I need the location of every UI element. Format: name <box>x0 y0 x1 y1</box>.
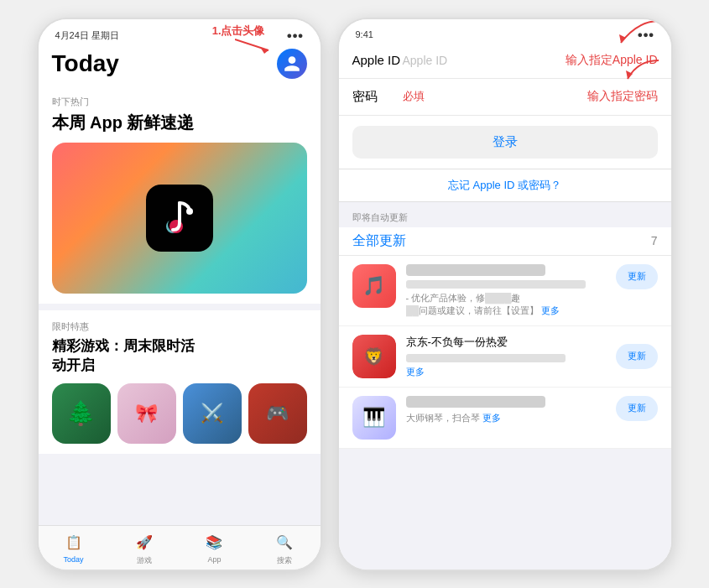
more-link-1[interactable]: 更多 <box>541 305 560 315</box>
svg-point-5 <box>186 208 193 215</box>
tab-games[interactable]: 🚀 游戏 <box>134 533 154 566</box>
password-placeholder: 必填 <box>403 89 425 104</box>
update-item-3: 🎹 大师钢琴，扫合琴 更多 更新 <box>339 388 671 449</box>
password-row: 密码 必填 输入指定密码 <box>339 79 671 116</box>
tab-today[interactable]: 📋 Today <box>63 533 83 566</box>
app-desc-3: 大师钢琴，扫合琴 更多 <box>406 412 606 424</box>
forgot-link[interactable]: 忘记 Apple ID 或密码？ <box>339 169 671 201</box>
apple-id-placeholder: Apple ID <box>403 54 448 67</box>
updates-section: 即将自动更新 全部更新 7 🎵 - 优化产品体验，修████趣 ██问题或建议，… <box>339 202 671 570</box>
password-input-area: 必填 输入指定密码 <box>403 89 658 104</box>
person-icon <box>283 55 301 73</box>
jd-item: 🦁 京东-不负每一份热爱 更多 更新 <box>339 326 671 388</box>
date-label: 4月24日 星期日 <box>55 29 119 42</box>
login-btn-row: 登录 <box>339 116 671 169</box>
game-grid: 🌲 🎀 ⚔️ 🎮 <box>52 383 307 444</box>
app-icon-3-bg: 🎹 <box>352 396 396 440</box>
login-form: Apple ID Apple ID 输入指定Apple ID 密码 必填 输入指… <box>339 43 671 202</box>
app-store-header: Today 1.点击头像 <box>39 45 321 86</box>
limited-section: 限时特惠 精彩游戏：周末限时活动开启 🌲 🎀 ⚔️ 🎮 <box>39 310 321 454</box>
hot-section: 时下热门 本周 App 新鲜速递 <box>39 86 321 304</box>
limited-label: 限时特惠 <box>52 320 307 333</box>
jd-more-link[interactable]: 更多 <box>406 366 606 378</box>
arrow-to-apple-id <box>613 19 663 46</box>
hot-title: 本周 App 新鲜速递 <box>52 112 307 134</box>
jd-action: 更新 <box>616 344 658 369</box>
jd-app-name: 京东-不负每一份热爱 <box>406 335 606 350</box>
tab-games-label: 游戏 <box>137 555 152 566</box>
game-icon-2[interactable]: 🎀 <box>117 383 176 444</box>
update-all-row: 全部更新 7 <box>339 227 671 256</box>
game-icon-3[interactable]: ⚔️ <box>183 383 242 444</box>
tab-search[interactable]: 🔍 搜索 <box>274 533 295 566</box>
hot-label: 时下热门 <box>52 96 307 108</box>
app-name-blur-3 <box>406 396 546 408</box>
tiktok-logo <box>146 185 213 252</box>
jd-icon: 🦁 <box>352 335 396 378</box>
app-desc-blur-1 <box>406 280 586 289</box>
apps-icon: 📚 <box>204 533 224 553</box>
update-btn-1[interactable]: 更新 <box>616 264 658 289</box>
app-name-blur-1 <box>406 264 546 276</box>
profile-button[interactable] <box>277 49 307 79</box>
status-icons: ●●● <box>287 30 304 40</box>
all-updates-btn[interactable]: 全部更新 <box>352 232 406 250</box>
jd-desc-blur <box>406 354 566 362</box>
left-phone: 4月24日 星期日 ●●● Today 1.点击头像 <box>37 18 322 571</box>
update-btn-3[interactable]: 更新 <box>616 396 658 421</box>
app-action-1: 更新 <box>616 264 658 289</box>
search-icon: 🔍 <box>274 533 295 553</box>
update-header: 即将自动更新 <box>339 202 671 227</box>
tab-bar: 📋 Today 🚀 游戏 📚 App 🔍 搜索 <box>39 525 321 570</box>
app-info-3: 大师钢琴，扫合琴 更多 <box>406 396 606 424</box>
jd-info: 京东-不负每一份热爱 更多 <box>406 335 606 378</box>
game-icon-4[interactable]: 🎮 <box>248 383 307 444</box>
svg-marker-1 <box>260 47 268 54</box>
tiktok-icon <box>161 200 198 237</box>
app-desc-text-2: ██问题或建议，请前往【设置】 更多 <box>406 304 606 317</box>
apple-id-label: Apple ID <box>352 53 403 67</box>
update-item-1: 🎵 - 优化产品体验，修████趣 ██问题或建议，请前往【设置】 更多 更新 <box>339 256 671 326</box>
app-icon-1: 🎵 <box>352 264 396 308</box>
apple-id-input-area: Apple ID 输入指定Apple ID <box>403 53 658 68</box>
arrow-to-password <box>621 59 663 82</box>
app-info-1: - 优化产品体验，修████趣 ██问题或建议，请前往【设置】 更多 <box>406 264 606 317</box>
tab-today-label: Today <box>63 555 83 564</box>
page-title: Today <box>52 50 119 77</box>
app-desc-text-1: - 优化产品体验，修████趣 <box>406 292 606 304</box>
phone-content: 时下热门 本周 App 新鲜速递 限时特惠 精彩游戏：周末限时活动开启 <box>39 86 321 525</box>
profile-icon-wrap: 1.点击头像 <box>277 49 307 79</box>
tab-apps[interactable]: 📚 App <box>204 533 224 566</box>
jd-icon-bg: 🦁 <box>352 335 396 378</box>
time-label: 9:41 <box>356 29 373 39</box>
limited-title: 精彩游戏：周末限时活动开启 <box>52 336 307 375</box>
app-icon-1-bg: 🎵 <box>352 264 396 308</box>
app-icon-3: 🎹 <box>352 396 396 440</box>
login-button[interactable]: 登录 <box>352 126 658 159</box>
tab-apps-label: App <box>207 555 221 564</box>
tab-search-label: 搜索 <box>277 555 292 566</box>
password-label: 密码 <box>352 89 403 105</box>
tiktok-card[interactable] <box>52 143 307 294</box>
today-icon: 📋 <box>64 533 84 553</box>
auto-update-label: 即将自动更新 <box>352 212 408 222</box>
right-phone: 9:41 ●●● Apple ID Apple ID 输入指定Apple ID … <box>337 18 673 571</box>
app-action-3: 更新 <box>616 396 658 421</box>
password-hint: 输入指定密码 <box>587 89 658 104</box>
game-icon-1[interactable]: 🌲 <box>52 383 111 444</box>
jd-update-btn[interactable]: 更新 <box>616 344 658 369</box>
update-count: 7 <box>651 234 658 247</box>
status-bar-left: 4月24日 星期日 ●●● <box>39 19 321 45</box>
more-link-3[interactable]: 更多 <box>482 413 501 423</box>
annotation-arrow <box>235 35 277 54</box>
games-icon: 🚀 <box>134 533 154 553</box>
